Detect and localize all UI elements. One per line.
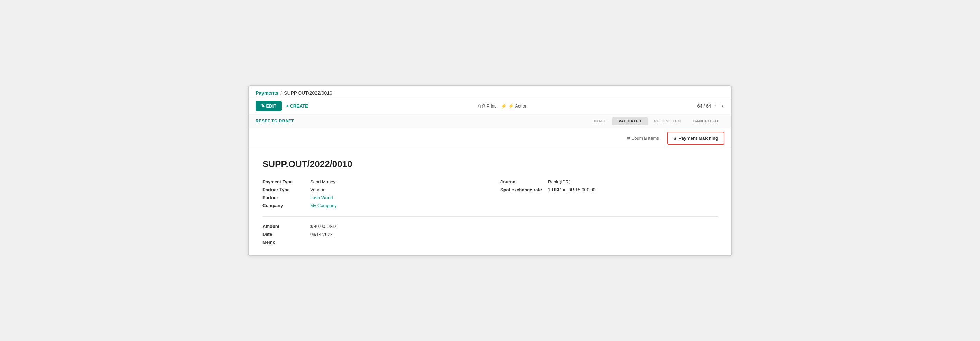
main-content: SUPP.OUT/2022/0010 Payment Type Send Mon… bbox=[249, 148, 731, 255]
print-button[interactable]: ⎙ ⎙ Print bbox=[478, 104, 496, 108]
field-amount: Amount $ 40.00 USD bbox=[262, 224, 718, 229]
action-label: ⚡ Action bbox=[508, 104, 527, 108]
edit-button[interactable]: ✎ EDIT bbox=[256, 101, 282, 111]
field-label-amount: Amount bbox=[262, 224, 307, 229]
field-partner: Partner Lash World bbox=[262, 195, 480, 200]
toolbar-right: 64 / 64 ‹ › bbox=[697, 102, 724, 110]
field-label-partner: Partner bbox=[262, 195, 307, 200]
breadcrumb-current: SUPP.OUT/2022/0010 bbox=[284, 90, 332, 96]
breadcrumb-parent[interactable]: Payments bbox=[256, 90, 278, 96]
fields-right: Journal Bank (IDR) Spot exchange rate 1 … bbox=[500, 179, 718, 208]
field-label-journal: Journal bbox=[500, 179, 545, 184]
status-steps: DRAFT VALIDATED RECONCILED CANCELLED bbox=[586, 117, 724, 125]
fields-top: Payment Type Send Money Partner Type Ven… bbox=[262, 179, 718, 208]
tab-journal-items-label: Journal Items bbox=[632, 135, 659, 141]
field-value-partner-type: Vendor bbox=[310, 187, 325, 192]
tab-payment-matching[interactable]: $ Payment Matching bbox=[667, 132, 724, 145]
field-value-partner[interactable]: Lash World bbox=[310, 195, 333, 200]
field-company: Company My Company bbox=[262, 203, 480, 208]
field-label-company: Company bbox=[262, 203, 307, 208]
field-payment-type: Payment Type Send Money bbox=[262, 179, 480, 184]
status-step-validated[interactable]: VALIDATED bbox=[612, 117, 648, 125]
create-button[interactable]: + CREATE bbox=[286, 104, 308, 108]
status-step-cancelled[interactable]: CANCELLED bbox=[687, 117, 724, 125]
field-value-amount: $ 40.00 USD bbox=[310, 224, 336, 229]
action-button[interactable]: ⚡ ⚡ Action bbox=[501, 104, 527, 108]
field-value-company[interactable]: My Company bbox=[310, 203, 337, 208]
field-value-payment-type: Send Money bbox=[310, 179, 336, 184]
payment-matching-icon: $ bbox=[674, 135, 676, 141]
tab-bar: ≡ Journal Items $ Payment Matching bbox=[249, 128, 731, 148]
print-icon: ⎙ bbox=[478, 104, 480, 108]
field-partner-type: Partner Type Vendor bbox=[262, 187, 480, 192]
nav-counter: 64 / 64 bbox=[697, 104, 711, 108]
toolbar: ✎ EDIT + CREATE ⎙ ⎙ Print ⚡ ⚡ Action 64 … bbox=[249, 98, 731, 114]
field-memo: Memo bbox=[262, 240, 718, 245]
breadcrumb-separator: / bbox=[280, 90, 282, 96]
field-label-date: Date bbox=[262, 232, 307, 237]
field-spot-exchange: Spot exchange rate 1 USD = IDR 15,000.00 bbox=[500, 187, 718, 192]
field-value-spot-exchange: 1 USD = IDR 15,000.00 bbox=[548, 187, 595, 192]
nav-next-button[interactable]: › bbox=[720, 102, 724, 110]
divider bbox=[262, 217, 718, 217]
field-journal: Journal Bank (IDR) bbox=[500, 179, 718, 184]
breadcrumb: Payments / SUPP.OUT/2022/0010 bbox=[249, 86, 731, 98]
main-window: Payments / SUPP.OUT/2022/0010 ✎ EDIT + C… bbox=[248, 85, 732, 256]
fields-left: Payment Type Send Money Partner Type Ven… bbox=[262, 179, 480, 208]
field-label-memo: Memo bbox=[262, 240, 307, 245]
fields-bottom: Amount $ 40.00 USD Date 08/14/2022 Memo bbox=[262, 224, 718, 245]
nav-prev-button[interactable]: ‹ bbox=[713, 102, 718, 110]
field-value-journal: Bank (IDR) bbox=[548, 179, 570, 184]
field-label-payment-type: Payment Type bbox=[262, 179, 307, 184]
journal-items-icon: ≡ bbox=[627, 135, 630, 141]
field-date: Date 08/14/2022 bbox=[262, 232, 718, 237]
field-label-spot-exchange: Spot exchange rate bbox=[500, 187, 545, 192]
document-title: SUPP.OUT/2022/0010 bbox=[262, 159, 718, 169]
status-step-draft[interactable]: DRAFT bbox=[586, 117, 612, 125]
action-icon: ⚡ bbox=[501, 104, 507, 108]
print-label: ⎙ Print bbox=[482, 104, 496, 108]
status-bar: RESET TO DRAFT DRAFT VALIDATED RECONCILE… bbox=[249, 114, 731, 128]
status-step-reconciled[interactable]: RECONCILED bbox=[648, 117, 687, 125]
reset-to-draft-button[interactable]: RESET TO DRAFT bbox=[256, 119, 294, 123]
tab-journal-items[interactable]: ≡ Journal Items bbox=[621, 132, 665, 144]
toolbar-center: ⎙ ⎙ Print ⚡ ⚡ Action bbox=[312, 104, 693, 108]
tab-payment-matching-label: Payment Matching bbox=[678, 135, 718, 141]
field-label-partner-type: Partner Type bbox=[262, 187, 307, 192]
field-value-date: 08/14/2022 bbox=[310, 232, 332, 237]
